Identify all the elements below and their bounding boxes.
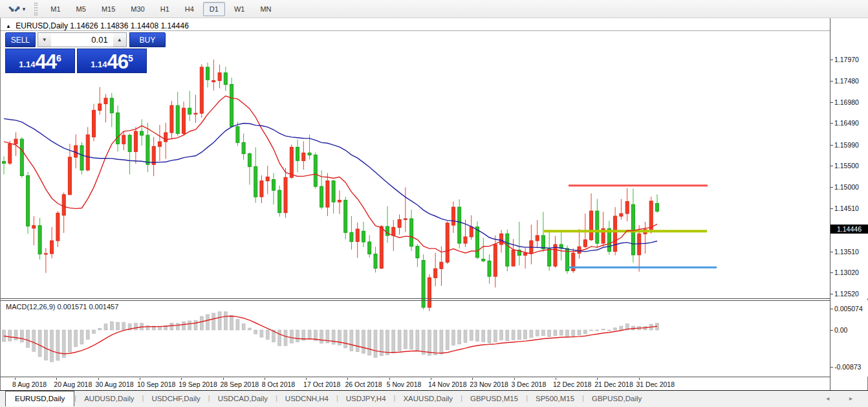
date-axis-label: 26 Oct 2018 — [345, 380, 382, 388]
macd-indicator-label: MACD(12,26,9) 0.001571 0.001457 — [6, 303, 118, 311]
price-axis-tick — [830, 102, 833, 103]
date-axis[interactable]: 8 Aug 201820 Aug 201830 Aug 201810 Sep 2… — [1, 378, 830, 390]
price-axis-label: 1.14510 — [834, 204, 859, 212]
date-axis-label: 28 Sep 2018 — [221, 380, 259, 388]
date-axis-tick — [556, 378, 556, 380]
macd-signal-line — [4, 316, 657, 354]
chart-window[interactable]: ▲ EURUSD,Daily 1.14626 1.14836 1.14408 1… — [0, 18, 868, 390]
date-axis-tick — [431, 378, 431, 380]
tab-usdcad-daily[interactable]: USDCAD,Daily — [210, 392, 276, 405]
date-axis-tick — [306, 378, 307, 380]
price-axis-label: 1.16980 — [834, 98, 859, 106]
timeframe-toolbar: ⬊⬈ ▾ M1M5M15M30H1H4D1W1MN — [0, 0, 868, 18]
price-axis-label: 1.15500 — [834, 162, 859, 170]
price-axis-tick — [830, 272, 833, 273]
timeframe-button-W1[interactable]: W1 — [228, 2, 252, 16]
date-axis-label: 17 Oct 2018 — [303, 380, 340, 388]
price-axis-label: 1.16490 — [834, 119, 859, 127]
date-axis-tick — [514, 378, 515, 380]
tab-gbpusd-m15[interactable]: GBPUSD,M15 — [462, 392, 526, 405]
price-chart-canvas[interactable] — [1, 31, 830, 316]
current-price-tag: 1.14446 — [830, 225, 868, 234]
date-axis-label: 23 Nov 2018 — [470, 380, 508, 388]
macd-axis-tick — [830, 367, 833, 368]
tab-usdchf-daily[interactable]: USDCHF,Daily — [144, 392, 208, 405]
macd-axis-tick — [830, 330, 833, 331]
date-axis-tick — [347, 378, 348, 380]
panel-separator[interactable] — [1, 298, 830, 299]
date-axis-label: 19 Sep 2018 — [179, 380, 217, 388]
timeframe-button-MN[interactable]: MN — [254, 2, 277, 16]
panel-separator — [1, 377, 830, 377]
date-axis-label: 3 Dec 2018 — [512, 380, 547, 388]
tab-scroll-right-icon[interactable]: ▸ — [849, 395, 862, 402]
timeframe-buttons: M1M5M15M30H1H4D1W1MN — [43, 0, 279, 18]
tab-eurusd-daily[interactable]: EURUSD,Daily — [5, 391, 74, 406]
date-axis-tick — [223, 378, 224, 380]
price-axis-tick — [830, 81, 833, 82]
date-axis-label: 12 Dec 2018 — [553, 380, 592, 388]
tab-usdjpy-h4[interactable]: USDJPY,H4 — [338, 392, 394, 405]
macd-axis-label: 0.005074 — [834, 305, 863, 313]
tab-audusd-daily[interactable]: AUDUSD,Daily — [76, 392, 142, 405]
tab-scroll-left-icon[interactable]: ◂ — [826, 395, 838, 402]
tab-scroll-arrows: ◂ ▸ — [826, 395, 862, 402]
timeframe-button-M5[interactable]: M5 — [70, 2, 92, 16]
macd-signal-value: 0.001457 — [89, 303, 118, 311]
timeframe-button-M1[interactable]: M1 — [44, 2, 67, 16]
chart-title: ▲ EURUSD,Daily 1.14626 1.14836 1.14408 1… — [6, 21, 189, 30]
price-axis-tick — [830, 166, 833, 166]
toolbar-grip[interactable] — [34, 3, 38, 16]
date-axis-tick — [265, 378, 265, 380]
chart-ohlc-values: 1.14626 1.14836 1.14408 1.14446 — [70, 21, 189, 30]
timeframe-button-M30[interactable]: M30 — [124, 2, 151, 16]
macd-main-value: 0.001571 — [57, 303, 87, 311]
date-axis-tick — [98, 378, 99, 380]
date-axis-tick — [389, 378, 390, 380]
date-axis-tick — [140, 378, 140, 380]
date-axis-label: 31 Dec 2018 — [636, 380, 675, 388]
tab-gbpusd-daily[interactable]: GBPUSD,Daily — [584, 392, 649, 405]
date-axis-label: 14 Nov 2018 — [428, 380, 467, 388]
macd-axis-tick — [830, 309, 833, 309]
macd-axis[interactable]: 0.0050740.00-0.00873 — [830, 300, 868, 377]
price-axis-label: 1.17480 — [834, 77, 859, 85]
price-axis-tick — [830, 252, 833, 252]
price-axis-label: 1.13020 — [834, 269, 859, 276]
price-axis-tick — [830, 208, 833, 209]
date-axis-label: 10 Sep 2018 — [137, 380, 176, 388]
date-axis-label: 8 Oct 2018 — [262, 380, 295, 388]
price-axis-label: 1.13510 — [834, 248, 859, 256]
date-axis-tick — [56, 378, 57, 380]
timeframe-button-H4[interactable]: H4 — [179, 2, 201, 16]
price-axis-tick — [830, 60, 833, 60]
order-arrows-icon-button[interactable]: ⬊⬈ ▾ — [5, 3, 28, 15]
price-axis-tick — [830, 187, 833, 188]
price-axis[interactable]: 1.179701.174801.169801.164901.159901.155… — [830, 18, 868, 298]
price-axis-label: 1.17970 — [834, 56, 859, 63]
tab-usdcnh-h4[interactable]: USDCNH,H4 — [277, 392, 336, 405]
timeframe-button-M15[interactable]: M15 — [95, 2, 122, 16]
date-axis-label: 21 Dec 2018 — [594, 380, 633, 388]
timeframe-button-D1[interactable]: D1 — [203, 2, 225, 16]
date-axis-label: 30 Aug 2018 — [96, 380, 134, 388]
date-axis-tick — [181, 378, 182, 380]
price-axis-tick — [830, 145, 833, 146]
price-axis-tick — [830, 123, 833, 124]
macd-axis-label: 0.00 — [834, 326, 847, 334]
macd-indicator-canvas[interactable] — [1, 300, 830, 376]
date-axis-tick — [472, 378, 473, 380]
chevron-down-icon: ▾ — [23, 6, 26, 12]
date-axis-tick — [639, 378, 640, 380]
order-arrows-icon: ⬊⬈ — [8, 4, 19, 14]
date-axis-tick — [15, 378, 16, 380]
chart-tab-bar: EURUSD,Daily|AUDUSD,Daily|USDCHF,Daily|U… — [0, 390, 868, 407]
tab-sp500-m15[interactable]: SP500,M15 — [528, 392, 582, 405]
macd-axis-label: -0.00873 — [834, 363, 861, 371]
price-axis-label: 1.12520 — [834, 290, 859, 298]
date-axis-label: 8 Aug 2018 — [12, 380, 47, 388]
timeframe-button-H1[interactable]: H1 — [154, 2, 176, 16]
chart-symbol-label: EURUSD,Daily — [16, 21, 68, 30]
tab-xauusd-daily[interactable]: XAUUSD,Daily — [395, 392, 461, 405]
collapse-panel-icon[interactable]: ▲ — [6, 23, 11, 29]
